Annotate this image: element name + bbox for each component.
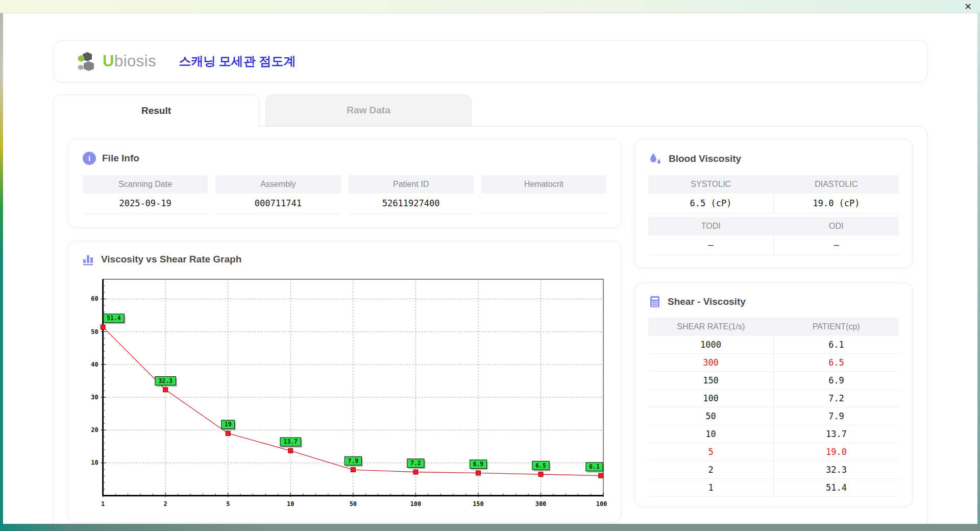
window-titlebar: ✕ bbox=[0, 0, 980, 13]
table-row: 151.4 bbox=[648, 479, 899, 497]
tab-raw-data[interactable]: Raw Data bbox=[265, 94, 472, 126]
svg-text:7.9: 7.9 bbox=[348, 457, 359, 465]
table-row: 1007.2 bbox=[648, 390, 899, 407]
svg-text:13.7: 13.7 bbox=[284, 438, 298, 445]
svg-text:10: 10 bbox=[287, 500, 294, 508]
svg-text:32.3: 32.3 bbox=[158, 377, 173, 384]
table-row: 1506.9 bbox=[648, 372, 899, 390]
svg-text:19: 19 bbox=[225, 421, 232, 428]
systolic-value: 6.5 (cP) bbox=[648, 194, 774, 213]
svg-text:100: 100 bbox=[410, 500, 421, 508]
field-patient-id: Patient ID 52611927400 bbox=[349, 175, 474, 214]
shear-viscosity-section: Shear - Viscosity SHEAR RATE(1/s) PATIEN… bbox=[634, 282, 913, 506]
svg-text:6.9: 6.9 bbox=[473, 461, 484, 468]
result-panel: i File Info Scanning Date 2025-09-19 Ass… bbox=[53, 126, 927, 524]
window-border-bottom bbox=[0, 524, 980, 531]
window-border-left bbox=[0, 13, 3, 524]
table-row: 1013.7 bbox=[648, 425, 899, 443]
bar-chart-icon bbox=[82, 253, 95, 266]
field-scanning-date: Scanning Date 2025-09-19 bbox=[83, 175, 208, 214]
ubiosis-logo-icon bbox=[75, 48, 102, 75]
col-systolic: SYSTOLIC bbox=[648, 175, 774, 194]
svg-text:10: 10 bbox=[91, 459, 98, 466]
file-info-title: File Info bbox=[102, 153, 139, 164]
svg-text:51.4: 51.4 bbox=[107, 315, 121, 322]
close-icon[interactable]: ✕ bbox=[964, 1, 972, 12]
col-patient: PATIENT(cp) bbox=[774, 318, 899, 336]
svg-text:5: 5 bbox=[226, 500, 230, 508]
svg-text:20: 20 bbox=[91, 426, 98, 433]
svg-text:2: 2 bbox=[164, 500, 167, 508]
header-bar: Ubiosis 스캐닝 모세관 점도계 bbox=[53, 40, 927, 82]
col-odi: ODI bbox=[774, 217, 899, 235]
todi-value: – bbox=[648, 235, 774, 255]
table-row: 507.9 bbox=[648, 407, 899, 425]
tab-result[interactable]: Result bbox=[53, 94, 259, 127]
file-info-section: i File Info Scanning Date 2025-09-19 Ass… bbox=[68, 139, 621, 228]
tab-bar: Result Raw Data bbox=[53, 94, 927, 126]
file-info-fields: Scanning Date 2025-09-19 Assembly 000711… bbox=[83, 175, 606, 214]
viscosity-graph-section: Viscosity vs Shear Rate Graph 1020304050… bbox=[68, 241, 621, 522]
blood-drops-icon bbox=[648, 152, 663, 166]
ubiosis-logo: Ubiosis bbox=[75, 48, 156, 75]
svg-text:300: 300 bbox=[535, 500, 546, 508]
svg-text:1000: 1000 bbox=[596, 500, 607, 508]
col-todi: TODI bbox=[648, 217, 774, 235]
svg-text:6.1: 6.1 bbox=[589, 463, 600, 470]
blood-viscosity-title: Blood Viscosity bbox=[669, 153, 741, 164]
brand-text: Ubiosis bbox=[103, 52, 156, 70]
svg-text:30: 30 bbox=[91, 394, 98, 401]
viscosity-shear-chart: 1020304050601251050100150300100051.432.3… bbox=[82, 273, 607, 515]
svg-text:150: 150 bbox=[473, 500, 483, 508]
svg-text:50: 50 bbox=[350, 500, 357, 508]
odi-value: – bbox=[774, 235, 899, 255]
graph-title: Viscosity vs Shear Rate Graph bbox=[101, 254, 241, 265]
table-row: 10006.1 bbox=[648, 336, 899, 354]
field-assembly: Assembly 000711741 bbox=[215, 175, 340, 214]
svg-text:7.2: 7.2 bbox=[410, 460, 421, 467]
info-icon: i bbox=[83, 152, 96, 165]
field-hematocrit: Hematocrit bbox=[481, 175, 606, 214]
svg-text:60: 60 bbox=[91, 295, 98, 302]
table-row: 3006.5 bbox=[648, 354, 899, 372]
page-title: 스캐닝 모세관 점도계 bbox=[179, 53, 296, 69]
calculator-icon bbox=[648, 295, 662, 308]
app-content: Ubiosis 스캐닝 모세관 점도계 Result Raw Data i Fi… bbox=[3, 14, 977, 524]
table-row: 519.0 bbox=[648, 443, 899, 461]
table-row: 232.3 bbox=[648, 461, 899, 479]
blood-viscosity-table: SYSTOLIC DIASTOLIC 6.5 (cP) 19.0 (cP) TO… bbox=[648, 175, 899, 255]
blood-viscosity-section: Blood Viscosity SYSTOLIC DIASTOLIC 6.5 (… bbox=[634, 139, 913, 268]
shear-viscosity-table: SHEAR RATE(1/s) PATIENT(cp) 10006.1 3006… bbox=[648, 318, 899, 497]
svg-text:50: 50 bbox=[91, 328, 98, 335]
shear-viscosity-title: Shear - Viscosity bbox=[668, 296, 746, 307]
window-border-right bbox=[977, 13, 980, 524]
svg-text:1: 1 bbox=[101, 500, 105, 508]
col-diastolic: DIASTOLIC bbox=[774, 175, 899, 194]
col-shear-rate: SHEAR RATE(1/s) bbox=[648, 318, 774, 336]
svg-text:40: 40 bbox=[91, 361, 98, 368]
svg-text:6.5: 6.5 bbox=[535, 462, 546, 469]
diastolic-value: 19.0 (cP) bbox=[774, 194, 899, 213]
